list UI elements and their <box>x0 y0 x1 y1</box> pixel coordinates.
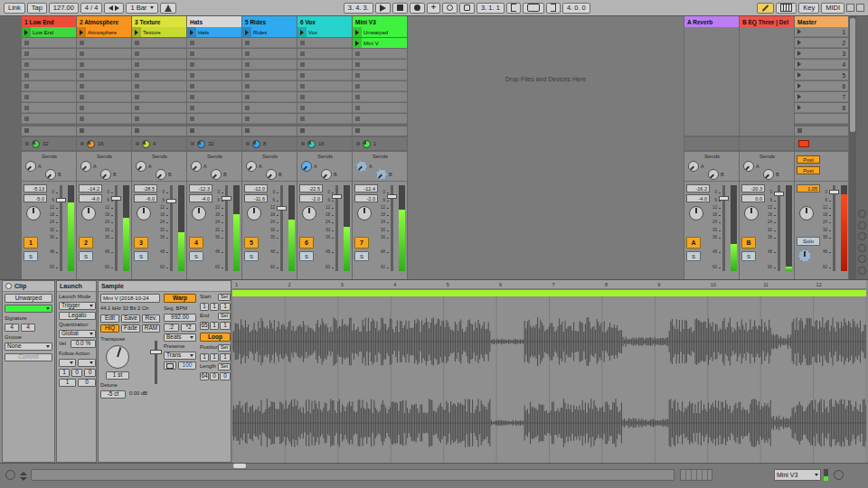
end-sixteenths[interactable]: 1 <box>220 322 231 330</box>
warp-button[interactable]: Warp <box>164 294 196 303</box>
edit-sample-button[interactable]: Edit <box>100 314 119 323</box>
return-a-post-toggle[interactable]: Post <box>797 155 820 164</box>
empty-clip-slot[interactable] <box>187 60 241 70</box>
empty-clip-slot[interactable] <box>297 70 352 80</box>
follow-time-bars[interactable]: 1 <box>59 369 70 377</box>
track-activator-button[interactable]: 2 <box>79 237 93 249</box>
empty-clip-slot[interactable] <box>353 70 407 80</box>
nudge-up-icon[interactable] <box>115 5 119 11</box>
session-scrollbar-handle[interactable] <box>850 18 855 132</box>
empty-clip-slot[interactable] <box>22 70 76 80</box>
empty-clip-slot[interactable] <box>297 60 352 70</box>
warp-mode-chooser[interactable]: Beats <box>164 333 196 342</box>
clip-launch-chip[interactable] <box>297 27 307 37</box>
send-b-knob[interactable] <box>376 169 387 180</box>
punch-out-button[interactable] <box>546 3 561 14</box>
loop-brace[interactable] <box>232 289 866 296</box>
automation-arm-button[interactable] <box>442 3 458 14</box>
clip-quantization-chooser[interactable]: Global <box>59 330 96 338</box>
velocity-amount-field[interactable]: 0.0 % <box>71 340 96 348</box>
pan-knob[interactable] <box>302 206 316 221</box>
position-sixteenths[interactable]: 1 <box>220 353 231 361</box>
clip-launch-chip[interactable] <box>353 38 362 48</box>
length-bars[interactable]: 64 <box>200 372 209 380</box>
length-set-button[interactable]: Set <box>218 363 231 371</box>
send-b-knob[interactable] <box>156 169 166 180</box>
clip-launch-chip[interactable] <box>353 27 362 37</box>
empty-clip-slot[interactable] <box>297 114 352 124</box>
tempo-display[interactable]: 127.00 <box>49 3 79 14</box>
send-a-knob[interactable] <box>80 161 91 172</box>
empty-clip-slot[interactable] <box>242 81 297 91</box>
empty-clip-slot[interactable] <box>77 49 131 59</box>
half-tempo-button[interactable]: :2 <box>164 324 179 332</box>
sample-gain-slider-track[interactable] <box>155 341 157 384</box>
empty-clip-slot[interactable] <box>22 49 76 59</box>
track-activator-button[interactable]: 1 <box>24 237 38 249</box>
follow-chance-b[interactable]: 0 <box>78 379 96 387</box>
send-a-knob[interactable] <box>136 161 146 172</box>
play-button[interactable] <box>375 3 391 14</box>
legato-button[interactable]: Legato <box>59 312 96 320</box>
link-button[interactable]: Link <box>4 3 25 14</box>
scene-slot[interactable]: 2 <box>795 38 848 48</box>
info-view-toggle-icon[interactable] <box>5 470 15 480</box>
scroll-up-icon[interactable] <box>20 472 27 475</box>
track-activator-button[interactable]: A <box>686 237 701 249</box>
empty-clip-slot[interactable] <box>297 49 352 59</box>
empty-clip-slot[interactable] <box>132 38 186 48</box>
empty-clip-slot[interactable] <box>353 92 407 102</box>
send-b-knob[interactable] <box>708 169 719 180</box>
keyboard-target-track-chooser[interactable]: Mini V3 <box>774 469 821 481</box>
arrangement-position-display[interactable]: 3. 4. 3. <box>344 3 373 14</box>
position-set-button[interactable]: Set <box>218 344 231 352</box>
volume-fader-track[interactable] <box>833 185 835 271</box>
sample-gain-value[interactable]: 0.00 dB <box>129 391 147 397</box>
track-activator-button[interactable]: 4 <box>189 237 203 249</box>
volume-fader-handle[interactable] <box>387 194 397 199</box>
track-header[interactable]: Mini V3 <box>353 16 407 27</box>
send-a-knob[interactable] <box>743 161 754 172</box>
start-bars[interactable]: 1 <box>200 303 209 311</box>
empty-clip-slot[interactable] <box>242 60 297 70</box>
send-b-knob[interactable] <box>763 169 774 180</box>
mixer-icon[interactable] <box>858 255 866 263</box>
return-track-header[interactable]: A Reverb <box>684 16 739 27</box>
groove-chooser[interactable]: None <box>5 343 52 351</box>
crossfader-icon[interactable] <box>858 267 866 275</box>
empty-clip-slot[interactable] <box>242 92 297 102</box>
nudge-buttons[interactable] <box>104 3 124 14</box>
position-bars[interactable]: 1 <box>200 353 209 361</box>
detune-value[interactable]: -5 ct <box>100 390 126 399</box>
end-beats[interactable]: 1 <box>210 322 219 330</box>
hiq-button[interactable]: HiQ <box>100 324 119 333</box>
stop-all-track-clips-button[interactable] <box>242 127 297 136</box>
signature-denominator[interactable]: 4 <box>21 324 35 332</box>
track-activator-button[interactable]: 5 <box>244 237 259 249</box>
quantization-menu[interactable]: 1 Bar <box>126 3 158 14</box>
volume-fader-handle[interactable] <box>774 192 784 196</box>
volume-fader-handle[interactable] <box>332 194 342 199</box>
empty-clip-slot[interactable] <box>297 81 352 91</box>
empty-clip-slot[interactable] <box>22 114 76 124</box>
solo-button[interactable]: S <box>354 251 369 261</box>
loop-start-display[interactable]: 3. 1. 1 <box>476 3 505 14</box>
io-icon[interactable] <box>858 221 866 230</box>
empty-clip-slot[interactable] <box>22 60 76 70</box>
empty-clip-slot[interactable] <box>22 103 76 113</box>
horizontal-zoom-handle[interactable] <box>233 464 246 468</box>
crossfader[interactable] <box>680 469 712 481</box>
length-beats[interactable]: 0 <box>210 372 219 380</box>
commit-button[interactable]: Commit <box>5 353 52 361</box>
volume-fader-handle[interactable] <box>277 206 287 211</box>
volume-fader-track[interactable] <box>280 185 283 271</box>
clip-slot[interactable]: Vox <box>297 27 352 37</box>
empty-clip-slot[interactable] <box>132 92 186 102</box>
volume-fader-handle[interactable] <box>829 190 839 194</box>
sample-gain-slider-handle[interactable] <box>150 350 162 354</box>
length-sixteenths[interactable]: 0 <box>220 372 231 380</box>
track-header[interactable]: 5 Rides <box>242 16 297 27</box>
start-beats[interactable]: 1 <box>210 303 219 311</box>
midi-map-button[interactable]: MIDI <box>821 3 844 14</box>
empty-clip-slot[interactable] <box>187 114 241 124</box>
